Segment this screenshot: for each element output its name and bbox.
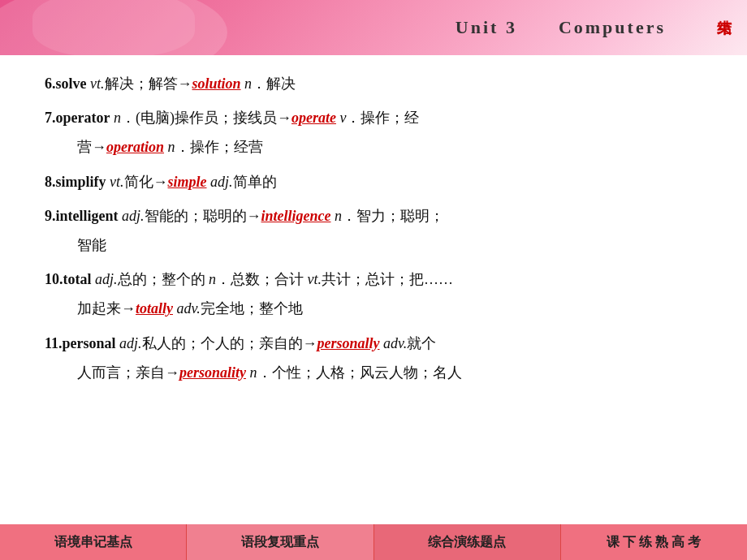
entry-7-line2: 营→operation n．操作；经营 — [45, 133, 702, 161]
header-title: Unit 3 Computers — [456, 17, 666, 38]
tab-yujing[interactable]: 语境串记基点 — [0, 524, 187, 560]
keyword-intelligence: intelligence — [261, 208, 331, 224]
entry-11: 11.personal adj.私人的；个人的；亲自的→personally a… — [45, 330, 702, 386]
main-content: 6.solve vt.解决；解答→solution n．解决 7.operato… — [0, 55, 747, 401]
keyword-personality: personality — [179, 364, 246, 381]
entry-9: 9.intelligent adj.智能的；聪明的→intelligence n… — [45, 202, 702, 259]
entry-9-line1: 9.intelligent adj.智能的；聪明的→intelligence n… — [45, 202, 702, 230]
entry-10-line1: 10.total adj.总的；整个的 n．总数；合计 vt.共计；总计；把…… — [45, 265, 702, 293]
entry-11-line2: 人而言；亲自→personality n．个性；人格；风云人物；名人 — [45, 359, 702, 386]
tab-kexia[interactable]: 课 下 练 熟 高 考 — [561, 524, 747, 560]
computers-label: Computers — [559, 17, 666, 37]
entry-7-line1: 7.operator n．(电脑)操作员；接线员→operate v．操作；经 — [45, 104, 702, 131]
unit-label: Unit 3 — [456, 17, 517, 37]
keyword-solution: solution — [192, 75, 241, 92]
keyword-operation: operation — [106, 139, 164, 155]
keyword-personally: personally — [317, 335, 380, 351]
entry-11-line1: 11.personal adj.私人的；个人的；亲自的→personally a… — [45, 330, 702, 357]
tab-yuduan[interactable]: 语段复现重点 — [187, 524, 374, 560]
entry-7: 7.operator n．(电脑)操作员；接线员→operate v．操作；经 … — [45, 104, 702, 161]
keyword-totally: totally — [136, 300, 173, 317]
entry-8-line1: 8.simplify vt.简化→simple adj.简单的 — [45, 168, 702, 196]
header-banner: Unit 3 Computers 结束 — [0, 0, 747, 55]
entry-10-line2: 加起来→totally adv.完全地；整个地 — [45, 295, 702, 322]
keyword-simple: simple — [168, 174, 207, 190]
bottom-tabs: 语境串记基点 语段复现重点 综合演练题点 课 下 练 熟 高 考 — [0, 524, 747, 560]
keyword-operate: operate — [291, 110, 336, 126]
entry-8: 8.simplify vt.简化→simple adj.简单的 — [45, 168, 702, 196]
entry-9-line2: 智能 — [45, 231, 702, 259]
tab-zonghe[interactable]: 综合演练题点 — [374, 524, 561, 560]
entry-6: 6.solve vt.解决；解答→solution n．解决 — [45, 70, 702, 97]
entry-6-line1: 6.solve vt.解决；解答→solution n．解决 — [45, 70, 702, 97]
entry-10: 10.total adj.总的；整个的 n．总数；合计 vt.共计；总计；把……… — [45, 265, 702, 322]
